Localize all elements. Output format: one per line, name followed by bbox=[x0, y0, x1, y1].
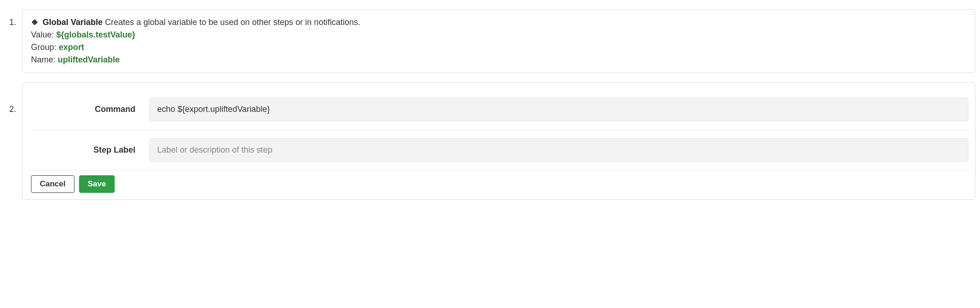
cancel-button[interactable]: Cancel bbox=[31, 175, 74, 193]
step-field-name: Name: upliftedVariable bbox=[31, 54, 967, 66]
step-editor-card: Command Step Label Cancel Save bbox=[22, 82, 975, 200]
save-button[interactable]: Save bbox=[79, 175, 115, 193]
form-row-step-label: Step Label bbox=[29, 130, 968, 171]
form-row-command: Command bbox=[29, 89, 968, 130]
field-value: export bbox=[59, 43, 84, 52]
step-label-label: Step Label bbox=[29, 145, 149, 155]
field-label: Name: bbox=[31, 55, 55, 64]
command-label: Command bbox=[29, 105, 149, 114]
step-field-group: Group: export bbox=[31, 41, 967, 54]
field-value: ${globals.testValue} bbox=[56, 30, 135, 39]
step-card-global-variable: Global Variable Creates a global variabl… bbox=[22, 9, 975, 73]
step-field-value: Value: ${globals.testValue} bbox=[31, 29, 967, 41]
step-item-2: Command Step Label Cancel Save bbox=[18, 82, 975, 200]
step-title: Global Variable bbox=[43, 18, 103, 27]
diamond-icon bbox=[31, 17, 38, 25]
steps-list: Global Variable Creates a global variabl… bbox=[5, 9, 975, 200]
command-input[interactable] bbox=[149, 98, 968, 121]
svg-rect-0 bbox=[32, 19, 37, 25]
step-label-input[interactable] bbox=[149, 138, 968, 162]
field-value: upliftedVariable bbox=[58, 55, 120, 64]
form-actions: Cancel Save bbox=[29, 171, 968, 193]
step-item-1: Global Variable Creates a global variabl… bbox=[18, 9, 975, 73]
step-header: Global Variable Creates a global variabl… bbox=[31, 16, 967, 29]
field-label: Value: bbox=[31, 30, 54, 39]
step-description: Creates a global variable to be used on … bbox=[105, 18, 360, 27]
field-label: Group: bbox=[31, 43, 56, 52]
